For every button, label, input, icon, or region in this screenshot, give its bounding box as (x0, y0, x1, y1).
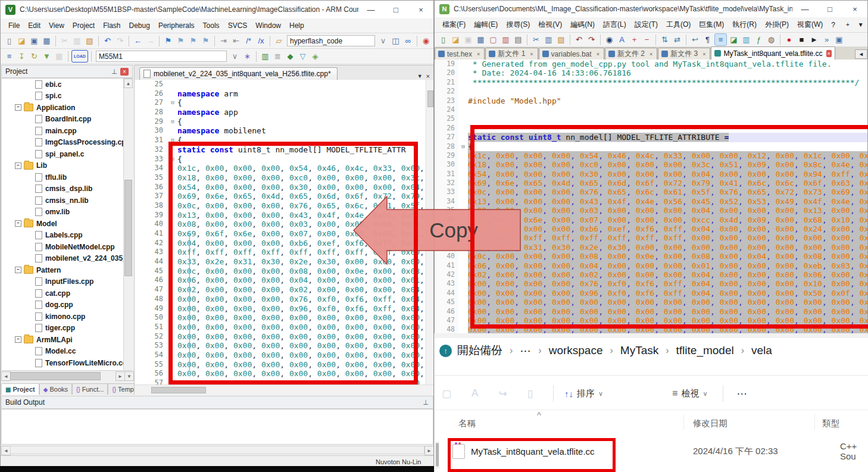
close-document-icon[interactable]: × (426, 73, 430, 80)
undo-icon[interactable]: ↶ (102, 35, 113, 46)
keil-menu-tools[interactable]: Tools (199, 20, 224, 32)
zoom-in-icon[interactable]: + (629, 34, 640, 45)
npp-menu-n[interactable]: 編碼(N) (566, 18, 599, 32)
function-list-icon[interactable]: ƒ (753, 34, 764, 45)
save-all-icon[interactable]: ▦ (475, 34, 486, 45)
npp-tab-1[interactable]: 新文件 1× (485, 48, 538, 60)
macro-record-icon[interactable]: ● (783, 34, 795, 45)
word-wrap-icon[interactable]: ↩ (689, 34, 701, 45)
tree-item-mobilenetmodel-cpp[interactable]: MobileNetModel.cpp (2, 241, 132, 253)
npp-menu-item[interactable]: ? (827, 19, 839, 31)
close-button[interactable]: × (842, 1, 867, 17)
keil-editor-hscroll[interactable] (135, 385, 433, 395)
save-all-icon[interactable]: ▦ (41, 35, 52, 46)
tree-item-lib[interactable]: −Lib (2, 160, 132, 172)
keil-menu-window[interactable]: Window (251, 20, 285, 32)
indent-icon[interactable]: ⇥ (218, 35, 229, 46)
breadcrumb-item-workspace[interactable]: workspace (549, 344, 603, 357)
tree-item-boardinit-cpp[interactable]: BoardInit.cpp (2, 114, 132, 126)
close-tab-icon[interactable]: × (476, 51, 481, 58)
close-tab-icon[interactable]: × (701, 51, 707, 58)
close-panel-icon[interactable]: × (120, 68, 129, 76)
load-icon[interactable]: LOAD (71, 50, 88, 62)
column-header-date[interactable]: 修改日期 (693, 418, 728, 429)
tree-item-tensorflowlitemicro-cc[interactable]: TensorFlowLiteMicro.cc (2, 357, 132, 369)
macro-run-multiple-icon[interactable]: » (821, 34, 832, 45)
build-hscroll-right[interactable]: ► (424, 446, 434, 455)
breadcrumb-item-mytask[interactable]: MyTask (620, 344, 658, 357)
maximize-button[interactable]: □ (383, 1, 408, 18)
npp-menu-s[interactable]: 搜尋(S) (502, 18, 534, 32)
goggles-icon[interactable]: ∞ (402, 35, 414, 46)
open-file-icon[interactable]: ◪ (450, 34, 461, 45)
uncomment-icon[interactable]: /x (255, 35, 267, 46)
build-hscroll-track[interactable] (10, 446, 424, 454)
options-wand-icon[interactable]: ∗ (242, 51, 253, 62)
tree-corner-btn[interactable]: ▼ (124, 371, 134, 381)
comment-icon[interactable]: /* (243, 35, 254, 46)
paste-icon[interactable]: ▧ (84, 35, 95, 46)
tree-item-spi-panel-c[interactable]: spi_panel.c (2, 148, 132, 160)
zoom-out-icon[interactable]: − (641, 34, 652, 45)
search-combo[interactable]: hyperflash_code (287, 35, 375, 46)
npp-menu-p[interactable]: 外掛(P) (761, 18, 793, 32)
npp-tab-variables-bat[interactable]: variables.bat× (539, 48, 604, 60)
close-tab-icon[interactable]: × (826, 50, 832, 57)
panel-tab-books[interactable]: ◆Books (39, 383, 72, 395)
manage-items-icon[interactable]: ≣ (272, 51, 283, 62)
project-tree-scrollbar[interactable]: ▲ (123, 79, 133, 370)
navigate-forward-icon[interactable]: → (145, 35, 156, 46)
tree-item-main-cpp[interactable]: main.cpp (2, 125, 132, 137)
expand-collapse-icon[interactable]: − (15, 336, 21, 343)
monitor-icon[interactable]: ◍ (766, 34, 777, 45)
tree-hscroll-left[interactable]: ◄ (1, 371, 11, 381)
tree-item-application[interactable]: −Application (2, 102, 132, 114)
keil-menu-flash[interactable]: Flash (99, 20, 124, 32)
batch-build-icon[interactable]: ▼ (41, 51, 52, 62)
combo-dropdown-icon[interactable]: ∨ (377, 35, 389, 46)
target-combo[interactable]: M55M1 (96, 51, 227, 62)
npp-tab-3[interactable]: 新文件 3× (658, 48, 710, 60)
tree-hscroll-right[interactable]: ► (115, 371, 125, 381)
redo-icon[interactable]: ↷ (586, 34, 597, 45)
npp-menu-v[interactable]: 檢視(V) (534, 18, 566, 32)
lint-spec-icon[interactable]: ◫ (390, 35, 401, 46)
tree-item-tiger-cpp[interactable]: tiger.cpp (2, 323, 132, 335)
npp-menu-extra-icon[interactable]: + (842, 20, 854, 30)
keil-menu-peripherals[interactable]: Peripherals (154, 20, 199, 32)
npp-tab-test-hex[interactable]: test.hex× (435, 48, 485, 60)
unindent-icon[interactable]: ⇤ (230, 35, 242, 46)
manage-rte-icon[interactable]: ▥ (260, 51, 271, 62)
indent-guide-icon[interactable]: ≡ (714, 33, 727, 46)
breadcrumb-item-item[interactable]: ⋯ (520, 344, 531, 358)
npp-menu-l[interactable]: 語言(L) (599, 18, 630, 32)
breadcrumb-item-tflite-model[interactable]: tflite_model (676, 344, 734, 357)
expand-collapse-icon[interactable]: − (15, 220, 21, 227)
more-options-button[interactable]: ⋯ (736, 387, 747, 400)
tree-item-cat-cpp[interactable]: cat.cpp (2, 287, 132, 299)
find-icon[interactable]: ◉ (604, 34, 615, 45)
sort-button[interactable]: ↑↓ 排序 ∨ (564, 388, 603, 399)
tree-item-tflu-lib[interactable]: tflu.lib (2, 171, 132, 183)
find-in-files-icon[interactable]: ▱ (273, 35, 285, 46)
tree-item-mobilenet-v2-224-035-i[interactable]: mobilenet_v2_224_035_i (2, 253, 132, 265)
tree-item-labels-cpp[interactable]: Labels.cpp (2, 230, 132, 242)
tree-item-kimono-cpp[interactable]: kimono.cpp (2, 311, 132, 323)
macro-stop-icon[interactable]: ■ (796, 34, 807, 45)
pin-icon[interactable]: ⊥ (111, 68, 118, 75)
close-button[interactable]: × (408, 1, 433, 18)
close-tab-icon[interactable]: × (529, 51, 534, 58)
clear-bookmarks-icon[interactable]: ⚑ (200, 35, 211, 46)
panel-tab-funct[interactable]: {}Funct... (72, 383, 108, 395)
copy-icon[interactable]: ▢ (442, 387, 451, 400)
tree-item-cmsis-nn-lib[interactable]: cmsis_nn.lib (2, 195, 132, 207)
npp-menu-o[interactable]: 工具(O) (662, 18, 695, 32)
cut-icon[interactable]: ✂ (530, 34, 542, 45)
keil-menu-file[interactable]: File (4, 20, 24, 32)
cut-icon[interactable]: ✂ (59, 35, 70, 46)
tree-item-imgclassprocessing-cpp[interactable]: ImgClassProcessing.cpp (2, 137, 132, 149)
macro-save-icon[interactable]: ▣ (833, 34, 845, 45)
copy-icon[interactable]: ▥ (71, 35, 83, 46)
keil-menu-debug[interactable]: Debug (125, 20, 154, 32)
copy-icon[interactable]: ▥ (543, 34, 554, 45)
